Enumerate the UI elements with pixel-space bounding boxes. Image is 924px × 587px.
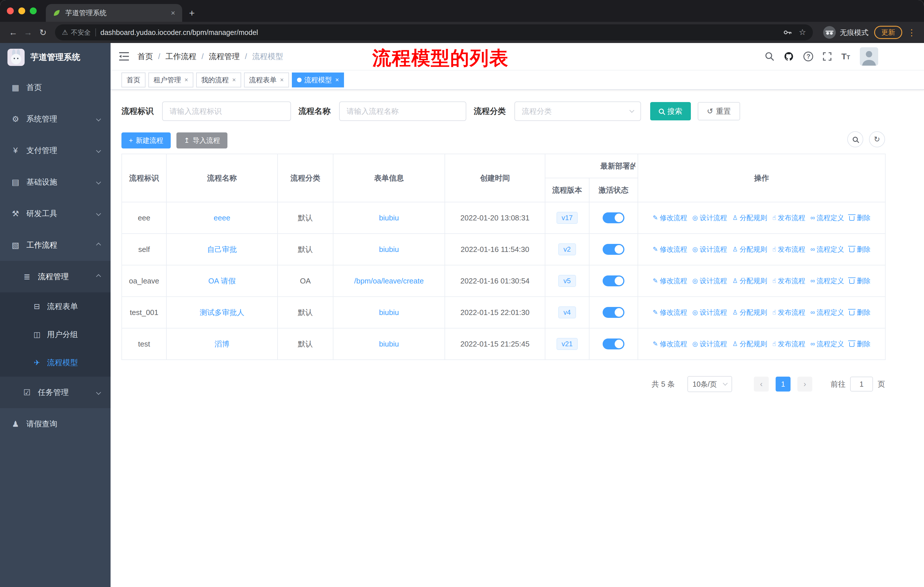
sidebar-item-infrastructure[interactable]: ▤ 基础设施	[0, 166, 111, 198]
edit-process-link[interactable]: ✎修改流程	[653, 339, 687, 349]
window-zoom-button[interactable]	[30, 7, 37, 14]
delete-process-link[interactable]: 删除	[849, 245, 870, 254]
address-bar[interactable]: ⚠ 不安全 dashboard.yudao.iocoder.cn/bpm/man…	[55, 24, 813, 40]
delete-process-link[interactable]: 删除	[849, 339, 870, 349]
process-definition-link[interactable]: ∞流程定义	[810, 339, 844, 349]
publish-process-link[interactable]: ☝发布流程	[772, 213, 805, 222]
page-1-button[interactable]: 1	[776, 377, 790, 392]
form-info-link[interactable]: biubiu	[379, 245, 399, 254]
goto-page-input[interactable]	[850, 377, 873, 392]
forward-icon[interactable]: →	[21, 25, 36, 40]
reset-button[interactable]: ↺重置	[698, 102, 740, 121]
design-process-link[interactable]: ◎设计流程	[692, 213, 727, 222]
process-name-link[interactable]: 测试多审批人	[200, 308, 244, 317]
assign-rule-link[interactable]: ♙分配规则	[732, 339, 767, 349]
next-page-button[interactable]: ›	[797, 377, 812, 392]
search-button[interactable]: 搜索	[650, 102, 691, 121]
tag-close-icon[interactable]: ×	[335, 76, 339, 84]
sidebar-item-workflow[interactable]: ▧ 工作流程	[0, 229, 111, 261]
sidebar-item-home[interactable]: ▦ 首页	[0, 72, 111, 103]
search-icon[interactable]	[765, 52, 774, 61]
sidebar-item-payment-mgmt[interactable]: ¥ 支付管理	[0, 135, 111, 166]
delete-process-link[interactable]: 删除	[849, 276, 870, 286]
sidebar-item-process-mgmt[interactable]: ≣ 流程管理	[0, 261, 111, 293]
assign-rule-link[interactable]: ♙分配规则	[732, 213, 767, 222]
delete-process-link[interactable]: 删除	[849, 213, 870, 222]
sidebar-item-task-mgmt[interactable]: ☑ 任务管理	[0, 377, 111, 408]
browser-tab[interactable]: 芋道管理系统 ×	[46, 4, 182, 22]
design-process-link[interactable]: ◎设计流程	[692, 245, 727, 254]
process-category-select[interactable]: 流程分类	[515, 101, 641, 121]
form-info-link[interactable]: biubiu	[379, 213, 399, 222]
window-close-button[interactable]	[7, 7, 14, 14]
prev-page-button[interactable]: ‹	[754, 377, 769, 392]
active-toggle[interactable]	[602, 212, 624, 223]
publish-process-link[interactable]: ☝发布流程	[772, 339, 805, 349]
process-definition-link[interactable]: ∞流程定义	[810, 308, 844, 317]
new-tab-button[interactable]: +	[189, 8, 195, 18]
sidebar-item-system-mgmt[interactable]: ⚙ 系统管理	[0, 103, 111, 135]
process-definition-link[interactable]: ∞流程定义	[810, 276, 844, 286]
active-toggle[interactable]	[602, 244, 624, 255]
active-toggle[interactable]	[602, 307, 624, 318]
delete-process-link[interactable]: 删除	[849, 308, 870, 317]
create-process-button[interactable]: +新建流程	[121, 132, 171, 149]
assign-rule-link[interactable]: ♙分配规则	[732, 308, 767, 317]
design-process-link[interactable]: ◎设计流程	[692, 339, 727, 349]
tag-my-process[interactable]: 我的流程×	[196, 73, 241, 88]
tag-close-icon[interactable]: ×	[185, 76, 188, 84]
design-process-link[interactable]: ◎设计流程	[692, 308, 727, 317]
breadcrumb-process-mgmt[interactable]: 流程管理	[209, 51, 240, 62]
process-name-link[interactable]: 自己审批	[207, 245, 237, 254]
active-toggle[interactable]	[602, 275, 624, 286]
form-info-link[interactable]: /bpm/oa/leave/create	[354, 276, 424, 285]
active-toggle[interactable]	[602, 339, 624, 349]
window-minimize-button[interactable]	[18, 7, 25, 14]
process-name-link[interactable]: 滔博	[214, 340, 229, 348]
process-definition-link[interactable]: ∞流程定义	[810, 245, 844, 254]
security-status[interactable]: ⚠ 不安全	[62, 28, 91, 37]
toggle-search-button[interactable]	[847, 131, 863, 147]
edit-process-link[interactable]: ✎修改流程	[653, 213, 687, 222]
edit-process-link[interactable]: ✎修改流程	[653, 276, 687, 286]
update-button[interactable]: 更新	[874, 26, 902, 39]
tag-process-form[interactable]: 流程表单×	[244, 73, 289, 88]
refresh-button[interactable]: ↻	[869, 131, 885, 147]
back-icon[interactable]: ←	[6, 25, 21, 40]
tab-close-icon[interactable]: ×	[168, 8, 178, 18]
design-process-link[interactable]: ◎设计流程	[692, 276, 727, 286]
font-size-icon[interactable]: TT	[841, 52, 850, 61]
assign-rule-link[interactable]: ♙分配规则	[732, 276, 767, 286]
tag-close-icon[interactable]: ×	[232, 76, 236, 84]
key-icon[interactable]	[783, 28, 792, 37]
tag-home[interactable]: 首页	[121, 73, 145, 88]
page-size-select[interactable]: 10条/页	[687, 376, 732, 392]
process-name-link[interactable]: OA 请假	[208, 276, 236, 285]
process-name-link[interactable]: eeee	[214, 213, 230, 222]
tag-process-model[interactable]: 流程模型×	[292, 73, 344, 88]
github-icon[interactable]	[784, 51, 794, 61]
reload-icon[interactable]: ↻	[36, 25, 50, 40]
tag-close-icon[interactable]: ×	[280, 76, 284, 84]
publish-process-link[interactable]: ☝发布流程	[772, 308, 805, 317]
tag-tenant-mgmt[interactable]: 租户管理×	[148, 73, 193, 88]
process-name-input[interactable]	[339, 101, 466, 121]
user-avatar[interactable]	[860, 47, 878, 66]
edit-process-link[interactable]: ✎修改流程	[653, 245, 687, 254]
sidebar-item-leave-query[interactable]: ♟ 请假查询	[0, 408, 111, 440]
form-info-link[interactable]: biubiu	[379, 308, 399, 317]
breadcrumb-workflow[interactable]: 工作流程	[165, 51, 196, 62]
form-info-link[interactable]: biubiu	[379, 340, 399, 348]
process-id-input[interactable]	[162, 101, 291, 121]
import-process-button[interactable]: ↥导入流程	[177, 132, 228, 149]
edit-process-link[interactable]: ✎修改流程	[653, 308, 687, 317]
browser-menu-icon[interactable]: ⋮	[908, 28, 916, 38]
breadcrumb-home[interactable]: 首页	[137, 51, 153, 62]
process-definition-link[interactable]: ∞流程定义	[810, 213, 844, 222]
publish-process-link[interactable]: ☝发布流程	[772, 276, 805, 286]
sidebar-item-process-model[interactable]: ✈ 流程模型	[0, 349, 111, 377]
sidebar-toggle-icon[interactable]	[119, 52, 129, 61]
sidebar-item-user-group[interactable]: ◫ 用户分组	[0, 321, 111, 349]
sidebar-item-process-form[interactable]: ⊟ 流程表单	[0, 293, 111, 321]
assign-rule-link[interactable]: ♙分配规则	[732, 245, 767, 254]
